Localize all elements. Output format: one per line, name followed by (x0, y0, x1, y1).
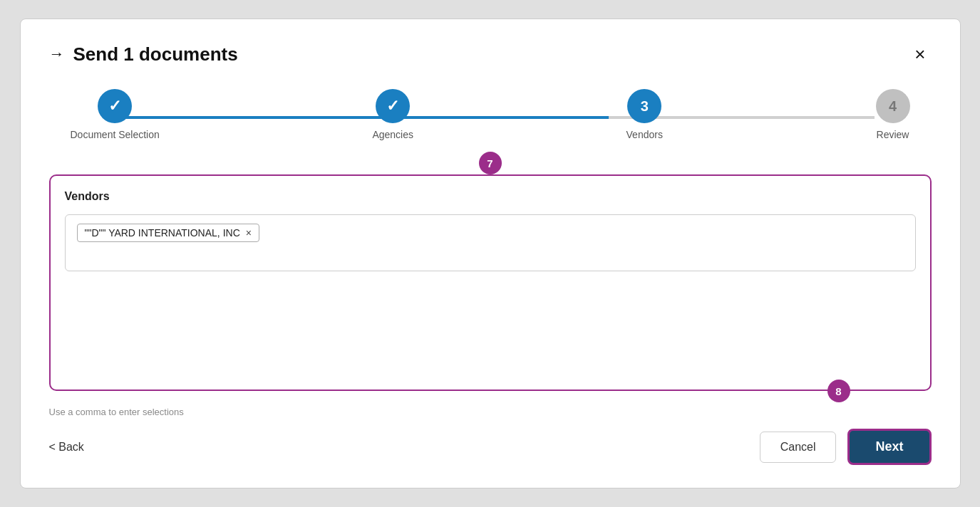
title-row: → Send 1 documents (49, 43, 238, 66)
modal-title: Send 1 documents (73, 43, 238, 66)
footer-right: Cancel Next (760, 429, 932, 465)
step-2-label: Agencies (372, 129, 413, 140)
badge-8: 8 (827, 380, 850, 402)
stepper: Document Selection Agencies 7 3 Vendors … (49, 89, 932, 140)
vendors-section-title: Vendors (65, 190, 916, 203)
step-4-label: Review (877, 129, 909, 140)
back-button[interactable]: < Back (49, 441, 84, 454)
step-3-number: 3 (641, 98, 649, 115)
modal-header: → Send 1 documents × (49, 42, 932, 66)
vendors-input-area[interactable]: ""D"" YARD INTERNATIONAL, INC × (65, 214, 916, 271)
step-1-label: Document Selection (71, 129, 160, 140)
badge-7: 7 (479, 152, 502, 174)
modal-container: → Send 1 documents × Document Selection … (20, 19, 961, 488)
stepper-track-filled (106, 116, 609, 119)
vendors-section: Vendors ""D"" YARD INTERNATIONAL, INC × (49, 174, 932, 391)
step-2-circle (376, 89, 410, 123)
step-vendors: 3 Vendors (626, 89, 663, 140)
step-1-check-icon (108, 97, 121, 115)
vendor-tag: ""D"" YARD INTERNATIONAL, INC × (77, 224, 259, 242)
vendor-tag-label: ""D"" YARD INTERNATIONAL, INC (85, 227, 240, 239)
step-4-circle: 4 (876, 89, 910, 123)
close-button[interactable]: × (909, 42, 931, 66)
step-review: 4 Review (876, 89, 910, 140)
cancel-button[interactable]: Cancel (760, 432, 837, 463)
vendors-hint: Use a comma to enter selections (49, 407, 932, 417)
step-3-circle: 3 (627, 89, 661, 123)
vendor-tag-remove-button[interactable]: × (246, 227, 252, 239)
step-document-selection: Document Selection (71, 89, 160, 140)
step-3-label: Vendors (626, 129, 663, 140)
modal-footer: 8 < Back Cancel Next (49, 429, 932, 465)
step-2-check-icon (386, 97, 399, 115)
title-arrow-icon: → (49, 45, 65, 63)
step-1-circle (98, 89, 132, 123)
step-agencies: Agencies (372, 89, 413, 140)
next-button[interactable]: Next (847, 429, 931, 465)
step-4-number: 4 (889, 98, 897, 115)
